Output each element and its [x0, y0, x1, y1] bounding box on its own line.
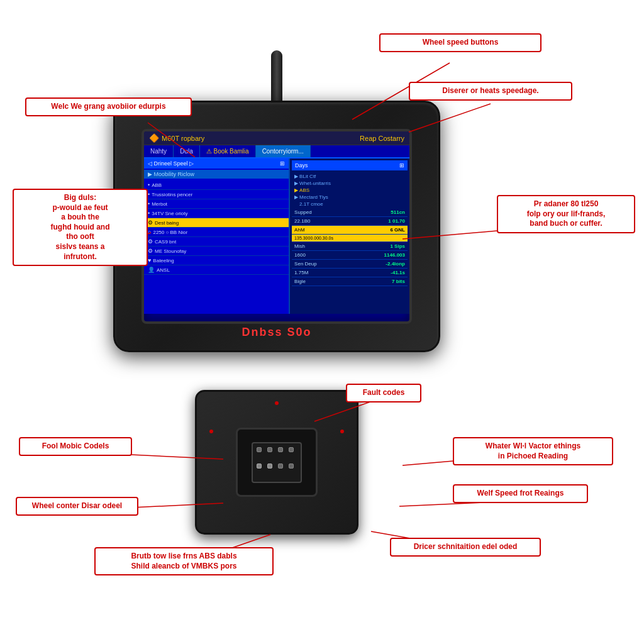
panel-subheader: ▶ Moobility Riclow [144, 170, 289, 179]
sub-items-list: ▶ BLit Ctf ▶ Whet-unitarris ▶ ABS ▶ Mect… [292, 172, 408, 208]
panel-icon: ⊞ [280, 160, 285, 167]
data-row-mish: Mish1 Sips [292, 242, 408, 251]
menu-icon: ♥ [148, 257, 151, 264]
pin-3 [278, 447, 283, 452]
annotation-big-duls: Big duls: p-would ae feut a bouh the fug… [13, 189, 148, 266]
data-row-sen: Sen Deup-2.4lonp [292, 260, 408, 269]
topbar-left: 🔶 M60T ropbary [149, 133, 204, 143]
screen-tabs: Nahty Dula ⚠ Book Bamlia Contorryiorm... [144, 145, 409, 158]
menu-item-dest[interactable]: ⚙ Dest baing [144, 218, 289, 228]
sub-item-mectard: ▶ Mectard Tlys [294, 194, 405, 201]
brand-label: Dnbss S0o [242, 326, 311, 339]
menu-item-cas9[interactable]: ⚙ CAS9 bnt [144, 237, 289, 247]
menu-item-trussiotins[interactable]: • Trussiotins pencer [144, 190, 289, 199]
tab-dula[interactable]: Dula [174, 145, 200, 157]
menu-label: 2250 ○ BB Nior [153, 230, 187, 235]
sub-item-21t: 2.1T cmoe [294, 201, 405, 208]
screen-topbar: 🔶 M60T ropbary Reap Costarry [144, 131, 409, 145]
scanner-device-top: 🔶 M60T ropbary Reap Costarry Nahty Dula … [113, 101, 440, 352]
menu-icon: • [148, 201, 150, 207]
warning-icon: 🔶 [149, 133, 159, 143]
right-header-icon: ⊞ [399, 162, 404, 169]
data-row-bigle: Bigle7 bits [292, 277, 408, 286]
menu-icon: 👤 [148, 267, 155, 273]
annotation-fool-mobic: Fool Mobic Codels [19, 437, 132, 456]
right-panel: Days ⊞ ▶ BLit Ctf ▶ Whet-unitarris ▶ ABS… [290, 158, 409, 314]
menu-icon: ○ [148, 229, 151, 235]
left-panel: ◁ Drineel Speel ▷ ⊞ ▶ Moobility Riclow •… [144, 158, 290, 314]
tab-book-bamlia[interactable]: ⚠ Book Bamlia [200, 145, 256, 157]
menu-icon: ⚙ [148, 219, 153, 226]
annotation-wheel-conter: Wheel conter Disar odeel [16, 497, 138, 516]
annotation-whater: Whater Wl·l Vactor ethings in Pichoed Re… [453, 437, 613, 465]
menu-item-34tv[interactable]: • 34TV Sne orioty [144, 209, 289, 218]
annotation-pr-adaner: Pr adaner 80 tl250 folp ory our lif-fran… [497, 195, 635, 233]
menu-label: Trussiotins pencer [152, 192, 192, 197]
data-row-ahm: AhM6 GNL [292, 226, 408, 235]
menu-icon: • [148, 191, 150, 197]
menu-label: 34TV Sne orioty [152, 211, 187, 216]
annotation-dricer: Dricer schnitaition edel oded [390, 538, 541, 557]
obd-device [195, 390, 358, 535]
data-row-135: 135.3000.000.30.0s [292, 235, 408, 242]
topbar-left-text: M60T ropbary [162, 135, 204, 142]
menu-label: CAS9 bnt [155, 239, 176, 245]
annotation-fault-codes: Fault codes [346, 384, 421, 402]
pin-5 [257, 464, 262, 469]
menu-icon: ⚙ [148, 238, 153, 245]
panel-header: ◁ Drineel Speel ▷ ⊞ [144, 158, 289, 169]
menu-label: ME Stounofay [155, 248, 186, 254]
panel-header-text: ◁ Drineel Speel ▷ [148, 160, 194, 167]
menu-item-me[interactable]: ⚙ ME Stounofay [144, 247, 289, 256]
screen-content: ◁ Drineel Speel ▷ ⊞ ▶ Moobility Riclow •… [144, 158, 409, 314]
pin-2 [267, 447, 272, 452]
menu-icon: • [148, 182, 150, 188]
pin-8 [289, 464, 294, 469]
annotation-brutb-tow: Brutb tow lise frns ABS dabls Shild alea… [94, 547, 274, 575]
data-row-221b0: 22.1B01 01.70 [292, 217, 408, 226]
obd-connector-port[interactable] [236, 428, 318, 497]
pin-1 [257, 447, 262, 452]
scanner-body: 🔶 M60T ropbary Reap Costarry Nahty Dula … [113, 101, 440, 352]
connector-pins [252, 442, 302, 483]
data-row-1600: 16001146.003 [292, 251, 408, 260]
tab-contorryiorm[interactable]: Contorryiorm... [256, 145, 311, 157]
data-row-175m: 1.75M-41.1s [292, 269, 408, 277]
sub-item-blit: ▶ BLit Ctf [294, 173, 405, 180]
right-header: Days ⊞ [292, 160, 408, 170]
obd-left-indicator [209, 430, 213, 433]
sub-item-abs: ▶ ABS [294, 187, 405, 194]
menu-label: Merbot [152, 201, 167, 207]
annotation-wheel-speed-buttons: Wheel speed buttons [379, 33, 541, 52]
menu-item-merbot[interactable]: • Merbot [144, 199, 289, 209]
menu-item-abb[interactable]: • ABB [144, 180, 289, 190]
obd-top-indicator [275, 401, 279, 405]
pin-7 [278, 464, 283, 469]
annotation-diserer: Diserer or heats speedage. [409, 82, 572, 101]
menu-item-ansl[interactable]: 👤 ANSL [144, 265, 289, 275]
menu-label: Dest baing [155, 220, 179, 226]
obd-right-indicator [340, 430, 344, 433]
menu-item-bateeling[interactable]: ♥ Bateeling [144, 256, 289, 265]
menu-icon: ⚙ [148, 248, 153, 254]
menu-item-2250[interactable]: ○ 2250 ○ BB Nior [144, 228, 289, 237]
topbar-right: Reap Costarry [360, 135, 404, 142]
annotation-welf-speed: Welf Speed frot Reaings [453, 484, 588, 503]
pin-6 [267, 464, 272, 469]
tab-nahty[interactable]: Nahty [144, 145, 174, 157]
data-row-supped: Supped511cn [292, 208, 408, 217]
menu-label: Bateeling [153, 258, 174, 264]
sub-item-whet: ▶ Whet-unitarris [294, 180, 405, 187]
menu-label: ANSL [157, 267, 170, 273]
topbar-right-text: Reap Costarry [360, 135, 404, 142]
right-header-text: Days [295, 162, 308, 169]
scanner-screen: 🔶 M60T ropbary Reap Costarry Nahty Dula … [142, 129, 412, 324]
menu-label: ABB [152, 182, 162, 188]
menu-icon: • [148, 210, 150, 216]
subheader-text: ▶ Moobility Riclow [148, 171, 194, 177]
usb-cable [271, 50, 282, 104]
pin-4 [289, 447, 294, 452]
annotation-welc: Welc We grang avobiior edurpis [25, 97, 192, 116]
obd-body [195, 390, 358, 535]
